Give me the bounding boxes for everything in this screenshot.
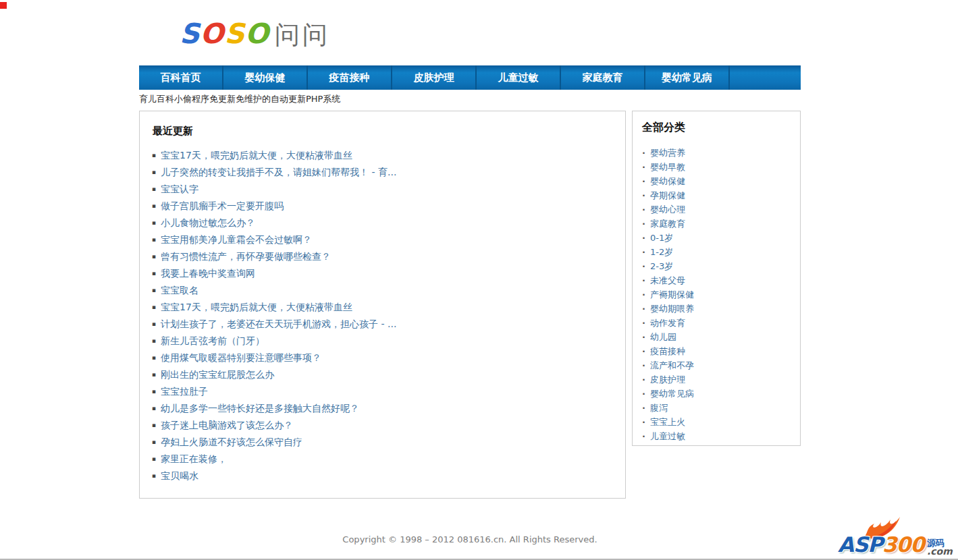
question-link[interactable]: 曾有习惯性流产，再怀孕要做哪些检查？ — [161, 251, 331, 262]
nav-tab-family-education[interactable]: 家庭教育 — [561, 65, 645, 90]
list-item: 计划生孩子了，老婆还在天天玩手机游戏，担心孩子 - ... — [152, 316, 613, 333]
categories-list: 婴幼营养 婴幼早教 婴幼保健 孕期保健 婴幼心理 家庭教育 0-1岁 1-2岁 … — [641, 146, 792, 443]
question-link[interactable]: 宝宝取名 — [161, 285, 198, 296]
question-link[interactable]: 计划生孩子了，老婆还在天天玩手机游戏，担心孩子 - ... — [161, 318, 396, 329]
list-item: 宝宝取名 — [152, 282, 613, 299]
list-item: 我要上春晚中奖查询网 — [152, 265, 613, 282]
list-item: 儿童过敏 — [641, 429, 792, 443]
list-item: 2-3岁 — [641, 259, 792, 273]
list-item: 儿子突然的转变让我措手不及，请姐妹们帮帮我！ - 育... — [152, 164, 613, 181]
category-link[interactable]: 产褥期保健 — [650, 289, 694, 300]
asp300-watermark: ASP300 源码 .com — [838, 515, 957, 559]
category-link[interactable]: 孕期保健 — [650, 190, 685, 200]
list-item: 流产和不孕 — [641, 358, 792, 372]
category-link[interactable]: 流产和不孕 — [650, 360, 694, 370]
recent-updates-list: 宝宝17天，喂完奶后就大便，大便粘液带血丝 儿子突然的转变让我措手不及，请姐妹们… — [152, 147, 613, 484]
list-item: 1-2岁 — [641, 245, 792, 259]
question-link[interactable]: 宝宝17天，喂完奶后就大便，大便粘液带血丝 — [161, 150, 352, 161]
list-item: 婴幼常见病 — [641, 387, 792, 401]
nav-tab-vaccination[interactable]: 疫苗接种 — [308, 65, 392, 90]
category-link[interactable]: 婴幼保健 — [650, 176, 685, 186]
list-item: 孕妇上火肠道不好该怎么保守自疗 — [152, 434, 613, 451]
list-item: 新生儿舌弦考前（门牙） — [152, 333, 613, 349]
list-item: 腹泻 — [641, 401, 792, 415]
list-item: 孩子迷上电脑游戏了该怎么办？ — [152, 417, 613, 434]
category-link[interactable]: 儿童过敏 — [650, 431, 685, 441]
question-link[interactable]: 宝宝拉肚子 — [161, 386, 208, 397]
list-item: 婴幼早教 — [641, 160, 792, 174]
list-item: 未准父母 — [641, 273, 792, 287]
category-link[interactable]: 1-2岁 — [650, 247, 673, 257]
recording-marker — [0, 2, 7, 9]
site-logo[interactable]: SOSO问问 — [180, 19, 330, 50]
category-link[interactable]: 2-3岁 — [650, 261, 673, 271]
category-link[interactable]: 婴幼早教 — [650, 162, 685, 172]
list-item: 婴幼期喂养 — [641, 302, 792, 316]
num-label: 300 — [882, 532, 924, 557]
nav-tab-home[interactable]: 百科首页 — [139, 65, 223, 90]
question-link[interactable]: 小儿食物过敏怎么办？ — [161, 217, 255, 228]
list-item: 曾有习惯性流产，再怀孕要做哪些检查？ — [152, 248, 613, 265]
list-item: 宝贝喝水 — [152, 468, 613, 484]
list-item: 使用煤气取暖器特别要注意哪些事项？ — [152, 349, 613, 366]
category-link[interactable]: 幼儿园 — [650, 332, 676, 342]
list-item: 婴幼心理 — [641, 202, 792, 217]
question-link[interactable]: 孕妇上火肠道不好该怎么保守自疗 — [161, 437, 302, 447]
nav-tab-child-allergy[interactable]: 儿童过敏 — [477, 65, 561, 90]
nav-tab-skin-care[interactable]: 皮肤护理 — [392, 65, 477, 90]
question-link[interactable]: 新生儿舌弦考前（门牙） — [161, 335, 265, 346]
list-item: 婴幼营养 — [641, 146, 792, 160]
list-item: 孕期保健 — [641, 188, 792, 202]
site-tagline: 育儿百科小偷程序免更新免维护的自动更新PHP系统 — [139, 94, 340, 105]
nav-tab-infant-care[interactable]: 婴幼保健 — [223, 65, 308, 90]
question-link[interactable]: 宝宝17天，喂完奶后就大便，大便粘液带血丝 — [161, 302, 352, 312]
list-item: 宝宝用郁美净儿童霜会不会过敏啊？ — [152, 231, 613, 248]
question-link[interactable]: 刚出生的宝宝红屁股怎么办 — [161, 369, 274, 380]
category-link[interactable]: 宝宝上火 — [650, 417, 685, 427]
question-link[interactable]: 宝贝喝水 — [161, 470, 198, 481]
copyright-text: Copyright © 1998 – 2012 081616.cn. All R… — [139, 534, 801, 544]
question-link[interactable]: 宝宝认字 — [161, 184, 198, 194]
question-link[interactable]: 我要上春晚中奖查询网 — [161, 268, 255, 279]
list-item: 做子宫肌瘤手术一定要开腹吗 — [152, 198, 613, 215]
asp300-text: ASP300 — [838, 534, 924, 555]
recent-updates-title: 最近更新 — [153, 125, 613, 138]
category-link[interactable]: 动作发育 — [650, 318, 685, 328]
question-link[interactable]: 做子宫肌瘤手术一定要开腹吗 — [161, 200, 284, 211]
list-item: 宝宝17天，喂完奶后就大便，大便粘液带血丝 — [152, 147, 613, 164]
list-item: 宝宝拉肚子 — [152, 383, 613, 400]
nav-tab-common-diseases[interactable]: 婴幼常见病 — [645, 65, 730, 90]
list-item: 家里正在装修， — [152, 451, 613, 468]
category-link[interactable]: 婴幼心理 — [650, 204, 685, 215]
category-link[interactable]: 未准父母 — [650, 275, 685, 285]
category-link[interactable]: 皮肤护理 — [650, 374, 685, 385]
question-link[interactable]: 幼儿是多学一些特长好还是多接触大自然好呢？ — [161, 403, 359, 414]
categories-panel: 全部分类 婴幼营养 婴幼早教 婴幼保健 孕期保健 婴幼心理 家庭教育 0-1岁 … — [632, 111, 801, 446]
list-item: 宝宝认字 — [152, 181, 613, 198]
category-link[interactable]: 家庭教育 — [650, 219, 685, 229]
list-item: 产褥期保健 — [641, 287, 792, 302]
dotcom-label: .com — [927, 547, 957, 556]
list-item: 幼儿是多学一些特长好还是多接触大自然好呢？ — [152, 400, 613, 417]
category-link[interactable]: 婴幼营养 — [650, 148, 685, 158]
category-link[interactable]: 婴幼常见病 — [650, 389, 694, 399]
question-link[interactable]: 儿子突然的转变让我措手不及，请姐妹们帮帮我！ - 育... — [161, 167, 396, 177]
category-link[interactable]: 腹泻 — [650, 403, 668, 413]
list-item: 幼儿园 — [641, 330, 792, 344]
question-link[interactable]: 宝宝用郁美净儿童霜会不会过敏啊？ — [161, 234, 312, 245]
list-item: 小儿食物过敏怎么办？ — [152, 215, 613, 231]
asp-label: ASP — [838, 532, 882, 557]
category-link[interactable]: 0-1岁 — [650, 233, 673, 243]
question-link[interactable]: 使用煤气取暖器特别要注意哪些事项？ — [161, 352, 321, 363]
list-item: 婴幼保健 — [641, 174, 792, 188]
question-link[interactable]: 孩子迷上电脑游戏了该怎么办？ — [161, 420, 293, 430]
list-item: 宝宝17天，喂完奶后就大便，大便粘液带血丝 — [152, 299, 613, 316]
list-item: 0-1岁 — [641, 231, 792, 245]
recent-updates-panel: 最近更新 宝宝17天，喂完奶后就大便，大便粘液带血丝 儿子突然的转变让我措手不及… — [139, 111, 626, 499]
question-link[interactable]: 家里正在装修， — [161, 453, 227, 464]
category-link[interactable]: 疫苗接种 — [650, 346, 685, 356]
category-link[interactable]: 婴幼期喂养 — [650, 304, 694, 314]
logo-letter: O — [201, 18, 225, 50]
logo-cn-text: 问问 — [275, 20, 330, 49]
categories-title: 全部分类 — [642, 121, 792, 135]
